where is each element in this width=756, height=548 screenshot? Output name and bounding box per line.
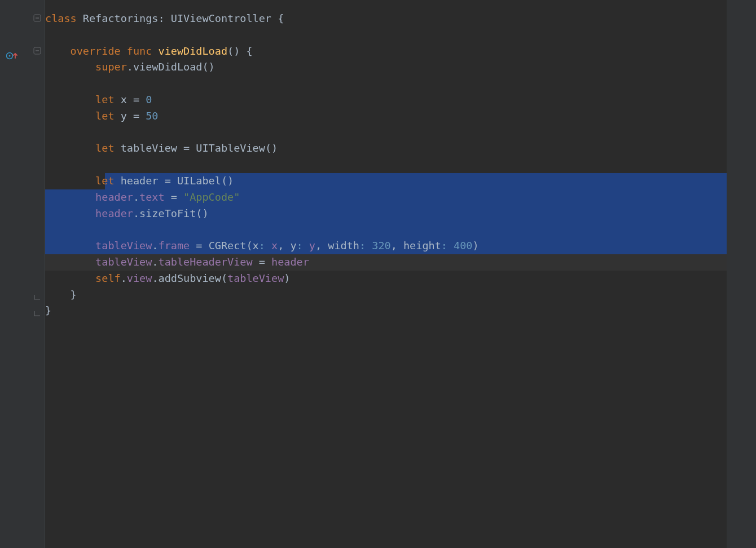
code-line[interactable]: let tableView = UITableView()	[45, 140, 756, 157]
arg: tableView	[227, 272, 284, 284]
eq: =	[183, 142, 190, 154]
dot: .	[152, 272, 158, 284]
comma: ,	[391, 240, 397, 251]
number: 320	[372, 240, 390, 251]
gutter[interactable]	[0, 0, 45, 548]
property: tableHeaderView	[159, 256, 253, 268]
code-line[interactable]	[45, 125, 756, 141]
property: view	[127, 272, 152, 284]
identifier: header	[271, 256, 309, 268]
code-line[interactable]: tableView.tableHeaderView = header	[45, 254, 756, 271]
type-name: Refactorings	[83, 12, 159, 24]
code-editor[interactable]: 💡 class Refactorings: UIViewController {…	[0, 0, 756, 548]
comma: ,	[315, 240, 322, 251]
code-line[interactable]	[45, 157, 756, 173]
code-line[interactable]: header.sizeToFit()	[45, 206, 756, 222]
code-line[interactable]	[45, 27, 756, 43]
eq: =	[165, 175, 171, 187]
parens: ()	[227, 45, 240, 57]
identifier: header	[95, 207, 133, 219]
code-line[interactable]: self.view.addSubview(tableView)	[45, 271, 756, 287]
code-line[interactable]: class Refactorings: UIViewController {	[45, 11, 756, 27]
code-line[interactable]: let header = UILabel()	[45, 173, 756, 189]
parens: ()	[265, 142, 278, 154]
keyword: func	[127, 45, 152, 57]
type-name: UITableView	[196, 142, 265, 154]
rparen: )	[284, 272, 290, 284]
property: frame	[159, 240, 190, 251]
code-line[interactable]: }	[45, 287, 756, 303]
parens: ()	[202, 61, 214, 73]
code-line[interactable]: let x = 0	[45, 92, 756, 108]
type-name: UILabel	[177, 175, 221, 187]
code-line[interactable]: }	[45, 303, 756, 319]
svg-point-3	[9, 55, 11, 57]
code-line[interactable]: let y = 50	[45, 108, 756, 125]
eq: =	[171, 191, 177, 203]
dot: .	[152, 240, 158, 251]
string: "AppCode"	[183, 191, 240, 203]
code-line[interactable]: header.text = "AppCode"	[45, 189, 756, 206]
colon: :	[159, 12, 165, 24]
method-call: sizeToFit	[139, 207, 196, 219]
brace: {	[278, 12, 284, 24]
lparen: (	[246, 240, 252, 251]
number: 0	[146, 94, 152, 105]
var-name: header	[121, 175, 159, 187]
comma: ,	[278, 240, 284, 251]
keyword: let	[95, 142, 114, 154]
identifier: header	[95, 191, 133, 203]
keyword: let	[95, 94, 114, 105]
code-area[interactable]: 💡 class Refactorings: UIViewController {…	[45, 0, 756, 548]
type-name: CGRect	[209, 240, 247, 251]
eq: =	[133, 94, 139, 105]
dot: .	[133, 207, 139, 219]
dot: .	[127, 61, 133, 73]
keyword: let	[95, 110, 114, 122]
number: 400	[454, 240, 472, 251]
number: 50	[146, 110, 158, 122]
var-name: tableView	[121, 142, 177, 154]
property: text	[139, 191, 165, 203]
keyword: class	[45, 12, 77, 24]
fold-end-icon[interactable]	[33, 307, 41, 315]
dot: .	[133, 191, 139, 203]
brace: }	[71, 289, 77, 300]
eq: =	[259, 256, 265, 268]
keyword: self	[95, 272, 121, 284]
param-label: width	[328, 240, 359, 251]
parens: ()	[221, 175, 234, 187]
fold-toggle-icon[interactable]	[33, 47, 41, 55]
keyword: let	[95, 175, 114, 187]
var-name: y	[121, 110, 127, 122]
code-line[interactable]	[45, 76, 756, 92]
dot: .	[121, 272, 127, 284]
function-name: viewDidLoad	[159, 45, 228, 57]
code-line[interactable]: override func viewDidLoad() {	[45, 43, 756, 60]
method-call: addSubview	[159, 272, 221, 284]
keyword: super	[95, 61, 127, 73]
colon: :	[297, 240, 303, 251]
code-line[interactable]: tableView.frame = CGRect(x: x, y: y, wid…	[45, 238, 756, 254]
brace: }	[45, 304, 51, 316]
code-line[interactable]	[45, 222, 756, 238]
fold-end-icon[interactable]	[33, 290, 41, 298]
param-label: height	[403, 240, 441, 251]
colon: :	[441, 240, 447, 251]
arg: x	[271, 240, 278, 251]
param-label: x	[253, 240, 259, 251]
supertype: UIViewController	[171, 12, 271, 24]
rparen: )	[473, 240, 479, 251]
parens: ()	[196, 207, 208, 219]
keyword: override	[71, 45, 121, 57]
param-label: y	[290, 240, 296, 251]
override-up-icon[interactable]	[6, 48, 17, 56]
dot: .	[152, 256, 158, 268]
code-line[interactable]: super.viewDidLoad()	[45, 59, 756, 76]
var-name: x	[121, 94, 127, 105]
identifier: tableView	[95, 240, 152, 251]
colon: :	[259, 240, 265, 251]
error-stripe[interactable]	[727, 0, 756, 548]
eq: =	[133, 110, 139, 122]
fold-toggle-icon[interactable]	[33, 14, 41, 22]
